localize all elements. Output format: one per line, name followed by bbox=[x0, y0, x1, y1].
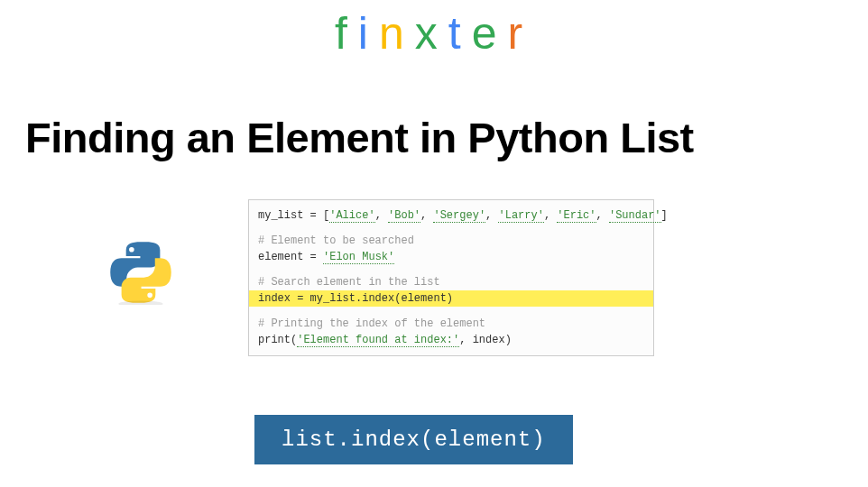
code-comment-2: # Search element in the list bbox=[258, 274, 644, 290]
logo-letter: n bbox=[379, 7, 415, 60]
method-banner: list.index(element) bbox=[254, 415, 573, 464]
logo-letter: i bbox=[358, 7, 379, 60]
logo-letter: t bbox=[448, 7, 472, 60]
logo-letter: e bbox=[472, 7, 508, 60]
logo-letter: r bbox=[507, 7, 533, 60]
code-line-4: print('Element found at index:', index) bbox=[258, 332, 644, 348]
svg-point-0 bbox=[118, 301, 163, 306]
logo-letter: f bbox=[335, 7, 358, 60]
code-line-1: my_list = ['Alice', 'Bob', 'Sergey', 'La… bbox=[258, 207, 644, 224]
code-line-2: element = 'Elon Musk' bbox=[258, 249, 644, 265]
code-snippet: my_list = ['Alice', 'Bob', 'Sergey', 'La… bbox=[248, 199, 654, 356]
code-comment-3: # Printing the index of the element bbox=[258, 316, 644, 332]
finxter-logo: finxter bbox=[0, 7, 868, 60]
code-line-3: index = my_list.index(element) bbox=[249, 290, 653, 307]
python-logo-icon bbox=[108, 240, 173, 305]
page-title: Finding an Element in Python List bbox=[25, 113, 694, 162]
logo-letter: x bbox=[415, 7, 448, 60]
code-comment-1: # Element to be searched bbox=[258, 233, 644, 249]
